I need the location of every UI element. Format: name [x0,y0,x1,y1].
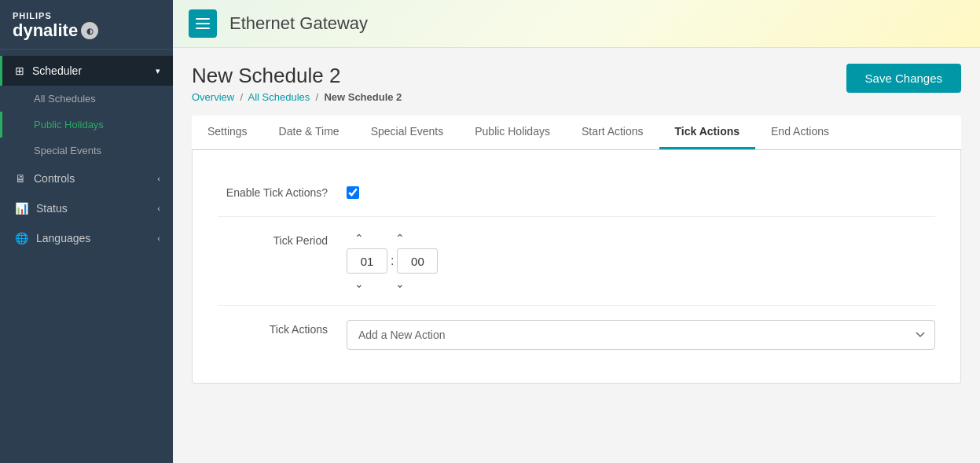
sidebar: PHILIPS dynalite ◐ ⊞ Scheduler ▾ All Sch… [0,0,173,463]
page-header: New Schedule 2 Overview / All Schedules … [192,64,961,103]
breadcrumb: Overview / All Schedules / New Schedule … [192,91,402,103]
sidebar-sub-item-all-schedules[interactable]: All Schedules [0,86,173,112]
tick-period-label: Tick Period [218,231,328,247]
time-picker: ⌃ ⌃ : ⌄ ⌄ [347,231,935,291]
sub-item-label: All Schedules [34,93,96,105]
tick-period-row: Tick Period ⌃ ⌃ : ⌄ [218,217,935,306]
content-area: New Schedule 2 Overview / All Schedules … [173,48,980,463]
chevron-left-icon: ‹ [157,204,160,213]
tab-start-actions[interactable]: Start Actions [566,116,659,149]
tick-actions-label: Tick Actions [218,320,328,336]
hours-input[interactable] [347,248,387,274]
grid-icon: ⊞ [15,64,24,77]
topbar: Ethernet Gateway [173,0,980,48]
brand-product: dynalite ◐ [13,20,160,41]
sidebar-item-label: Scheduler [32,64,82,77]
breadcrumb-current: New Schedule 2 [324,91,402,103]
page-title: New Schedule 2 [192,64,402,88]
breadcrumb-overview[interactable]: Overview [192,91,234,103]
menu-button[interactable] [189,9,217,38]
tab-bar: Settings Date & Time Special Events Publ… [192,116,961,150]
bar-chart-icon: 📊 [15,202,28,215]
enable-tick-actions-checkbox[interactable] [347,186,359,199]
tab-special-events[interactable]: Special Events [355,116,460,149]
chevron-left-icon: ‹ [157,174,160,183]
enable-tick-actions-control [347,183,935,202]
topbar-title: Ethernet Gateway [229,13,368,34]
brand-company: PHILIPS [13,11,160,20]
minutes-increment-button[interactable]: ⌃ [391,231,409,245]
tab-panel: Enable Tick Actions? Tick Period ⌃ ⌃ [192,150,961,384]
enable-tick-actions-row: Enable Tick Actions? [218,169,935,217]
add-action-select[interactable]: Add a New Action [347,320,935,350]
tab-end-actions[interactable]: End Actions [755,116,845,149]
time-arrows-top: ⌃ ⌃ [347,231,409,245]
logo-icon: ◐ [81,22,98,39]
hours-decrement-button[interactable]: ⌄ [350,277,369,291]
chevron-left-icon: ‹ [157,233,160,243]
time-arrows-bottom: ⌄ ⌄ [347,277,409,291]
tick-actions-control: Add a New Action [347,320,935,350]
minutes-decrement-button[interactable]: ⌄ [391,277,409,291]
sidebar-item-languages[interactable]: 🌐 Languages ‹ [0,223,173,253]
sidebar-sub-item-special-events[interactable]: Special Events [0,138,173,164]
sub-item-label: Public Holidays [34,119,104,130]
sidebar-navigation: ⊞ Scheduler ▾ All Schedules Public Holid… [0,50,173,463]
hamburger-icon [196,18,210,29]
tab-public-holidays[interactable]: Public Holidays [459,116,566,149]
chevron-down-icon: ▾ [156,66,160,76]
tab-settings[interactable]: Settings [192,116,263,149]
sidebar-item-label: Languages [36,232,90,244]
minutes-input[interactable] [397,248,438,274]
sidebar-sub-item-public-holidays[interactable]: Public Holidays [0,112,173,138]
monitor-icon: 🖥 [15,172,26,185]
time-fields: : [347,248,438,274]
sub-item-label: Special Events [34,145,101,156]
sidebar-item-label: Controls [34,172,75,185]
sidebar-item-status[interactable]: 📊 Status ‹ [0,193,173,223]
sidebar-item-label: Status [36,202,68,215]
save-button[interactable]: Save Changes [846,64,961,93]
main-content: Ethernet Gateway New Schedule 2 Overview… [173,0,980,463]
hours-increment-button[interactable]: ⌃ [350,231,369,245]
tick-actions-row: Tick Actions Add a New Action [218,306,935,364]
sidebar-item-controls[interactable]: 🖥 Controls ‹ [0,164,173,193]
globe-icon: 🌐 [15,232,28,244]
product-name: dynalite [13,20,78,41]
tick-period-control: ⌃ ⌃ : ⌄ ⌄ [347,231,935,291]
time-separator: : [391,254,394,268]
brand-logo: PHILIPS dynalite ◐ [0,0,173,50]
breadcrumb-all-schedules[interactable]: All Schedules [248,91,310,103]
page-header-left: New Schedule 2 Overview / All Schedules … [192,64,402,103]
tab-tick-actions[interactable]: Tick Actions [659,116,755,149]
enable-tick-actions-label: Enable Tick Actions? [218,183,328,199]
tab-date-time[interactable]: Date & Time [263,116,355,149]
sidebar-item-scheduler[interactable]: ⊞ Scheduler ▾ [0,56,173,86]
